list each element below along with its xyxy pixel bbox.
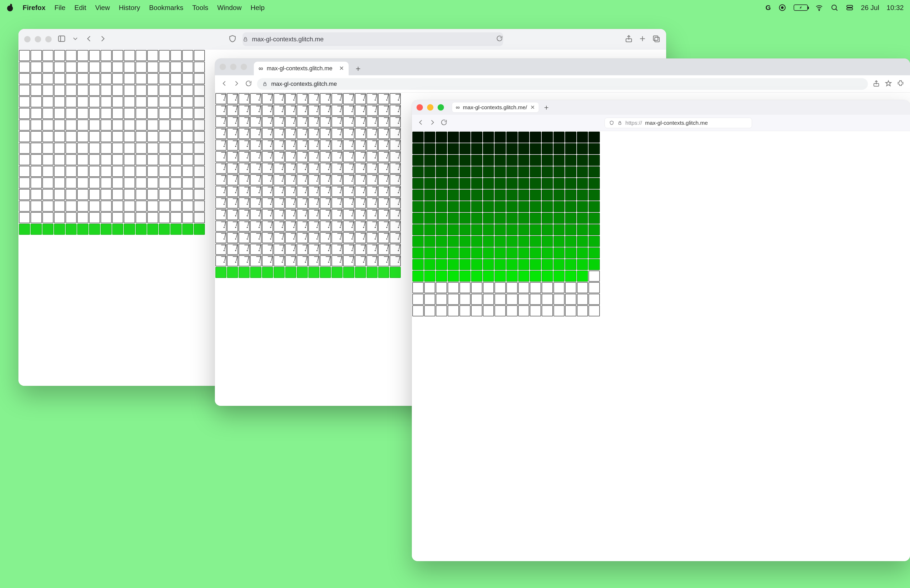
chrome-new-tab-button[interactable]: ＋ [352, 63, 364, 74]
tab-overview-icon[interactable] [652, 34, 660, 44]
firefox-traffic-lights[interactable] [417, 104, 444, 111]
traffic-minimize-icon[interactable] [427, 104, 433, 111]
close-tab-icon[interactable]: ✕ [339, 65, 344, 72]
back-button[interactable] [417, 119, 425, 127]
grid-cell [170, 61, 181, 73]
forward-button[interactable] [99, 34, 107, 44]
grid-cell [42, 120, 53, 131]
grid-cell [124, 224, 135, 235]
grid-cell [530, 201, 541, 212]
traffic-zoom-icon[interactable] [241, 64, 247, 70]
grid-cell [448, 271, 459, 282]
reload-icon[interactable] [245, 80, 252, 88]
grid-cell [285, 116, 296, 128]
back-button[interactable] [85, 34, 93, 44]
firefox-active-tab[interactable]: ∞ max-gl-contexts.glitch.me/ ✕ [452, 102, 539, 113]
firefox-canvas-grid [412, 131, 600, 317]
grid-cell [31, 154, 42, 165]
menu-history[interactable]: History [119, 4, 140, 12]
grid-cell [77, 143, 88, 154]
safari-address-bar[interactable]: max-gl-contexts.glitch.me [242, 32, 503, 46]
chevron-down-icon[interactable] [72, 35, 79, 43]
control-center-icon[interactable] [846, 4, 853, 11]
traffic-close-icon[interactable] [220, 64, 226, 70]
menubar-time[interactable]: 10:32 [887, 4, 904, 12]
firefox-new-tab-button[interactable]: ＋ [543, 102, 550, 112]
traffic-zoom-icon[interactable] [438, 104, 444, 111]
reload-icon[interactable] [440, 119, 448, 127]
grid-cell [19, 200, 30, 212]
traffic-minimize-icon[interactable] [35, 36, 41, 42]
grid-cell [320, 197, 331, 208]
chrome-active-tab[interactable]: ∞ max-gl-contexts.glitch.me ✕ [254, 61, 349, 75]
grid-cell [367, 267, 378, 278]
grid-cell [565, 236, 576, 247]
menu-file[interactable]: File [55, 4, 66, 12]
grid-cell [42, 224, 53, 235]
menu-help[interactable]: Help [251, 4, 264, 12]
forward-button[interactable] [233, 80, 240, 88]
svg-rect-6 [58, 36, 65, 41]
new-tab-icon[interactable] [638, 34, 647, 44]
grid-cell [483, 294, 494, 305]
grid-cell [308, 174, 319, 185]
grid-cell [577, 132, 588, 143]
grid-cell [227, 255, 238, 267]
back-button[interactable] [221, 80, 228, 88]
grid-cell [112, 96, 123, 107]
grid-cell [159, 178, 170, 189]
grid-cell [19, 224, 30, 235]
grid-cell [577, 189, 588, 200]
bookmark-star-icon[interactable] [885, 80, 892, 88]
grid-cell [66, 73, 77, 84]
grid-cell [378, 267, 389, 278]
grid-cell [355, 186, 366, 197]
grid-cell [112, 108, 123, 119]
grid-cell [530, 213, 541, 224]
grid-cell [412, 189, 423, 200]
grid-cell [565, 259, 576, 270]
grid-cell [124, 61, 135, 73]
share-icon[interactable] [873, 80, 880, 88]
sidebar-toggle-icon[interactable] [57, 34, 66, 44]
traffic-zoom-icon[interactable] [45, 36, 52, 42]
grid-cell [285, 128, 296, 139]
traffic-minimize-icon[interactable] [230, 64, 236, 70]
safari-traffic-lights[interactable] [24, 36, 52, 42]
forward-button[interactable] [429, 119, 436, 127]
firefox-address-bar[interactable]: https://max-gl-contexts.glitch.me [605, 118, 752, 128]
close-tab-icon[interactable]: ✕ [530, 104, 535, 111]
grid-cell [495, 201, 506, 212]
menu-edit[interactable]: Edit [74, 4, 86, 12]
extensions-puzzle-icon[interactable] [897, 80, 904, 88]
reload-icon[interactable] [496, 35, 503, 44]
traffic-close-icon[interactable] [417, 104, 423, 111]
google-status-icon[interactable]: G [765, 4, 771, 12]
traffic-close-icon[interactable] [24, 36, 31, 42]
grid-cell [530, 155, 541, 166]
grid-cell [320, 232, 331, 243]
menu-view[interactable]: View [95, 4, 110, 12]
grid-cell [506, 201, 518, 212]
apple-logo-icon[interactable] [6, 4, 14, 11]
wifi-icon[interactable] [815, 4, 823, 11]
battery-status-icon[interactable]: ⚡︎ [794, 5, 808, 11]
grid-cell [459, 178, 471, 189]
menu-tools[interactable]: Tools [192, 4, 208, 12]
chrome-traffic-lights[interactable] [220, 64, 247, 70]
grid-cell [159, 85, 170, 96]
menubar-app-name[interactable]: Firefox [23, 4, 45, 12]
grid-cell [273, 255, 284, 267]
menu-window[interactable]: Window [217, 4, 241, 12]
chrome-address-bar[interactable]: max-gl-contexts.glitch.me [257, 78, 868, 90]
grid-cell [495, 143, 506, 154]
grid-cell [495, 224, 506, 235]
spotlight-search-icon[interactable] [831, 4, 838, 11]
menu-bookmarks[interactable]: Bookmarks [149, 4, 183, 12]
grid-cell [565, 132, 576, 143]
privacy-shield-icon[interactable] [228, 34, 237, 44]
share-icon[interactable] [625, 34, 633, 44]
menubar-date[interactable]: 26 Jul [861, 4, 879, 12]
grid-cell [588, 271, 600, 282]
screen-record-icon[interactable] [778, 4, 786, 11]
